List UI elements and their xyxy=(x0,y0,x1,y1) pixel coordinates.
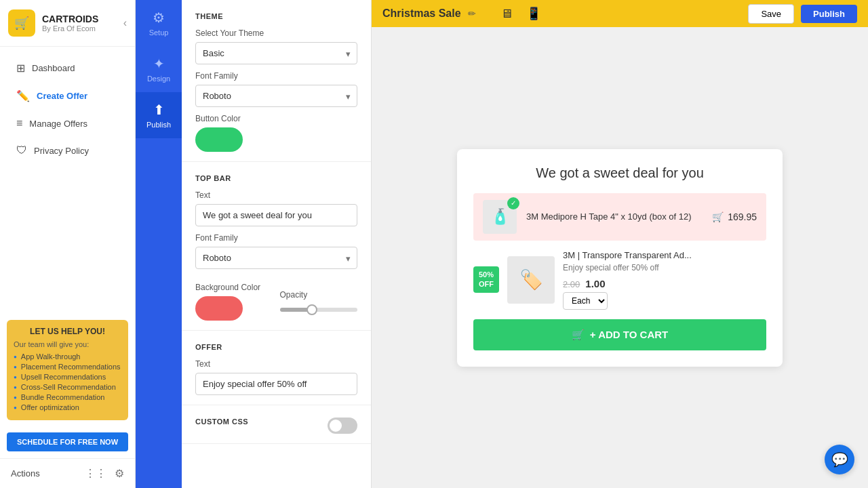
product1-price: 169.95 xyxy=(728,211,757,222)
custom-css-row: CUSTOM CSS xyxy=(195,418,357,434)
mobile-view-button[interactable]: 📱 xyxy=(522,5,545,22)
vnav-label-publish: Publish xyxy=(146,121,171,129)
desktop-view-button[interactable]: 🖥 xyxy=(496,5,517,22)
main-area: Christmas Sale ✏ 🖥 📱 Save Publish We got… xyxy=(372,0,868,488)
schedule-button[interactable]: SCHEDULE FOR FREE NOW xyxy=(7,432,128,451)
setup-icon: ⚙ xyxy=(153,9,165,26)
actions-label: Actions xyxy=(11,468,77,479)
privacy-icon: 🛡 xyxy=(16,144,27,157)
offer-section: OFFER Text xyxy=(182,331,371,405)
chat-bubble[interactable]: 💬 xyxy=(825,445,854,474)
vnav-label-design: Design xyxy=(147,75,170,83)
sidebar: 🛒 CARTROIDS By Era Of Ecom ‹ ⊞ Dashboard… xyxy=(0,0,136,488)
product1-name: 3M Medipore H Tape 4" x 10yd (box of 12) xyxy=(526,211,712,222)
offer-text-input[interactable] xyxy=(195,373,357,395)
opacity-slider[interactable] xyxy=(280,308,358,312)
settings-icon[interactable]: ⚙ xyxy=(115,467,124,480)
sidebar-item-label-dashboard: Dashboard xyxy=(32,63,75,73)
vertical-nav: ⚙ Setup ✦ Design ⬆ Publish xyxy=(136,0,182,488)
logo-area: 🛒 CARTROIDS By Era Of Ecom ‹ xyxy=(0,0,135,47)
brand-sub: By Era Of Ecom xyxy=(42,24,98,33)
product2-image: 🏷️ xyxy=(507,256,555,304)
device-icons: 🖥 📱 xyxy=(496,5,545,22)
publish-icon: ⬆ xyxy=(153,102,165,118)
logo-text: CARTROIDS By Era Of Ecom xyxy=(42,14,98,33)
preview-area: We got a sweet deal for you 🧴 ✓ 3M Medip… xyxy=(372,27,868,488)
product-row-2: 50% OFF 🏷️ 3M | Transpore Transparent Ad… xyxy=(473,250,766,310)
vnav-item-setup[interactable]: ⚙ Setup xyxy=(136,0,182,46)
sidebar-item-label-create-offer: Create Offer xyxy=(37,91,87,101)
settings-panel: THEME Select Your Theme Basic Modern Cla… xyxy=(182,0,372,488)
product2-sale-price: 1.00 xyxy=(585,278,605,289)
theme-section-title: THEME xyxy=(195,12,357,20)
grid-icon[interactable]: ⋮⋮ xyxy=(85,467,106,480)
sidebar-item-create-offer[interactable]: ✏️ Create Offer xyxy=(5,83,130,109)
top-bar-section-title: TOP BAR xyxy=(195,174,357,182)
help-subtitle: Our team will give you: xyxy=(14,340,121,348)
toggle-slider xyxy=(328,418,357,434)
font-select[interactable]: Roboto Arial Open Sans xyxy=(195,85,357,107)
custom-css-section: CUSTOM CSS xyxy=(182,405,371,444)
list-item: Offer optimization xyxy=(14,403,121,411)
color-opacity-row: Background Color Opacity xyxy=(195,276,357,321)
sidebar-item-label-privacy: Privacy Policy xyxy=(34,146,89,156)
sidebar-actions: Actions ⋮⋮ ⚙ xyxy=(0,458,135,488)
create-offer-icon: ✏️ xyxy=(16,89,30,102)
cart-btn-icon: 🛒 xyxy=(572,329,585,341)
sidebar-item-label-manage-offers: Manage Offers xyxy=(29,119,87,129)
campaign-name: Christmas Sale xyxy=(382,7,461,20)
bg-color-picker[interactable] xyxy=(195,296,243,321)
product1-check-badge: ✓ xyxy=(507,197,519,209)
vnav-item-design[interactable]: ✦ Design xyxy=(136,46,182,92)
sidebar-item-manage-offers[interactable]: ≡ Manage Offers xyxy=(5,110,130,136)
font-select-wrap: Roboto Arial Open Sans ▾ xyxy=(195,85,357,107)
product2-name: 3M | Transpore Transparent Ad... xyxy=(563,250,766,260)
list-item: App Walk-through xyxy=(14,352,121,361)
bg-color-label: Background Color xyxy=(195,283,273,292)
edit-campaign-icon[interactable]: ✏ xyxy=(468,8,476,19)
sidebar-item-privacy-policy[interactable]: 🛡 Privacy Policy xyxy=(5,138,130,163)
publish-button[interactable]: Publish xyxy=(801,5,857,23)
product2-info: 3M | Transpore Transparent Ad... Enjoy s… xyxy=(563,250,766,310)
theme-select[interactable]: Basic Modern Classic xyxy=(195,42,357,64)
button-color-picker[interactable] xyxy=(195,127,243,152)
product2-original-price: 2.00 xyxy=(563,279,580,289)
top-bar: Christmas Sale ✏ 🖥 📱 Save Publish xyxy=(372,0,868,27)
offer-text-label: Text xyxy=(195,359,357,369)
offer-section-title: OFFER xyxy=(195,343,357,351)
theme-select-label: Select Your Theme xyxy=(195,28,357,38)
help-title: LET US HELP YOU! xyxy=(14,327,121,336)
dashboard-icon: ⊞ xyxy=(16,62,25,75)
product2-offer-text: Enjoy special offer 50% off xyxy=(563,263,766,272)
quantity-select[interactable]: Each 2 3 4 xyxy=(563,292,608,310)
add-to-cart-label: + ADD TO CART xyxy=(590,329,668,340)
opacity-label: Opacity xyxy=(280,290,358,300)
offer-title: We got a sweet deal for you xyxy=(473,165,766,181)
design-icon: ✦ xyxy=(153,56,165,72)
theme-section: THEME Select Your Theme Basic Modern Cla… xyxy=(182,0,371,162)
sidebar-collapse-button[interactable]: ‹ xyxy=(123,17,127,29)
top-bar-font-select[interactable]: Roboto Arial Open Sans xyxy=(195,247,357,269)
top-bar-section: TOP BAR Text Font Family Roboto Arial Op… xyxy=(182,162,371,331)
manage-offers-icon: ≡ xyxy=(16,117,22,129)
opacity-col: Opacity xyxy=(280,283,358,314)
font-family-label: Font Family xyxy=(195,71,357,81)
top-bar-font-label: Font Family xyxy=(195,233,357,243)
top-bar-font-select-wrap: Roboto Arial Open Sans ▾ xyxy=(195,247,357,269)
bg-color-col: Background Color xyxy=(195,276,273,321)
list-item: Bundle Recommendation xyxy=(14,393,121,401)
product1-img-wrap: 🧴 ✓ xyxy=(483,200,517,234)
discount-badge: 50% OFF xyxy=(473,266,499,292)
vnav-item-publish[interactable]: ⬆ Publish xyxy=(136,92,182,138)
product2-prices: 2.00 1.00 xyxy=(563,278,766,289)
custom-css-toggle[interactable] xyxy=(328,418,357,434)
top-bar-text-input[interactable] xyxy=(195,204,357,226)
product-row-1: 🧴 ✓ 3M Medipore H Tape 4" x 10yd (box of… xyxy=(473,193,766,241)
add-to-cart-button[interactable]: 🛒 + ADD TO CART xyxy=(473,319,766,350)
save-button[interactable]: Save xyxy=(748,4,794,24)
button-color-label: Button Color xyxy=(195,114,357,123)
help-box: LET US HELP YOU! Our team will give you:… xyxy=(7,320,128,420)
brand-name: CARTROIDS xyxy=(42,14,98,24)
top-bar-right: Save Publish xyxy=(748,4,857,24)
sidebar-item-dashboard[interactable]: ⊞ Dashboard xyxy=(5,55,130,81)
